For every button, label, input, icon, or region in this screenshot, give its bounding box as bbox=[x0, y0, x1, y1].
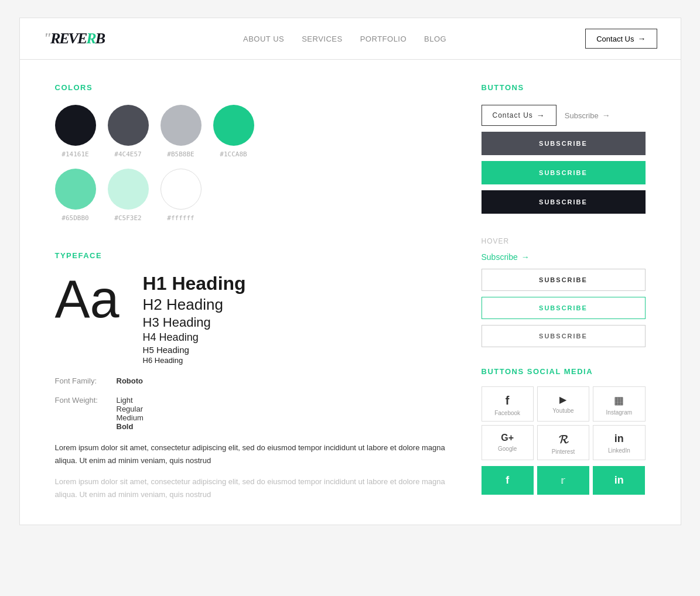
youtube-outlined-button[interactable]: ▶ Youtube bbox=[537, 386, 589, 422]
facebook-filled-button[interactable]: f bbox=[482, 466, 534, 495]
subscribe-green-button[interactable]: SUBSCRIBE bbox=[482, 161, 646, 184]
header-contact-button[interactable]: Contact Us → bbox=[585, 29, 657, 49]
font-weight-label: Font Weight: bbox=[55, 396, 111, 431]
nav-blog[interactable]: BLOG bbox=[424, 35, 446, 43]
linkedin-icon: in bbox=[614, 433, 624, 445]
subscribe-arrow-icon: → bbox=[602, 111, 610, 120]
color-swatch-2: #4C4E57 bbox=[108, 105, 149, 158]
social-title: BUTTONS SOCIAL MEDIA bbox=[482, 367, 646, 376]
btn-row-1: Contact Us → Subscribe → bbox=[482, 105, 646, 126]
typeface-big-text: Aa bbox=[55, 273, 119, 326]
subscribe-outlined-green-hover-button[interactable]: SUBSCRIBE bbox=[482, 297, 646, 319]
subscribe-darkest-button[interactable]: SUBSCRIBE bbox=[482, 190, 646, 214]
h6-sample: H6 Heading bbox=[143, 356, 446, 365]
h5-sample: H5 Heading bbox=[143, 345, 446, 355]
color-circle-4 bbox=[213, 105, 254, 146]
h1-sample: H1 Heading bbox=[143, 273, 446, 294]
site-header: "REVERB ABOUT US SERVICES PORTFOLIO BLOG… bbox=[20, 18, 681, 60]
logo: "REVERB bbox=[43, 30, 105, 47]
colors-title: COLORS bbox=[55, 83, 446, 92]
h2-sample: H2 Heading bbox=[143, 296, 446, 314]
buttons-section: BUTTONS Contact Us → Subscribe → SUBSCRI… bbox=[482, 83, 646, 220]
social-grid: f Facebook ▶ Youtube ▦ Instagram G+ Goog… bbox=[482, 386, 646, 460]
color-swatch-6: #C5F3E2 bbox=[108, 169, 149, 222]
linkedin-filled-button[interactable]: in bbox=[593, 466, 645, 495]
weight-regular: Regular bbox=[117, 405, 144, 413]
nav-services[interactable]: SERVICES bbox=[302, 35, 343, 43]
google-label: Google bbox=[498, 446, 517, 452]
pinterest-label: Pinterest bbox=[552, 448, 575, 455]
linkedin-filled-icon: in bbox=[614, 474, 624, 487]
subscribe-text-button[interactable]: Subscribe → bbox=[565, 111, 610, 120]
font-weights: Light Regular Medium Bold bbox=[117, 396, 144, 431]
hover-label: HOVER bbox=[482, 237, 646, 245]
typeface-section: TYPEFACE Aa H1 Heading H2 Heading H3 Hea… bbox=[55, 251, 446, 501]
pinterest-icon: 𝓡 bbox=[559, 433, 568, 446]
color-circle-6 bbox=[108, 169, 149, 210]
font-weight-meta: Font Weight: Light Regular Medium Bold bbox=[55, 396, 446, 431]
headings-col: H1 Heading H2 Heading H3 Heading H4 Head… bbox=[143, 273, 446, 366]
facebook-filled-icon: f bbox=[506, 474, 509, 487]
instagram-label: Instagram bbox=[606, 409, 632, 416]
subscribe-hover-green-button[interactable]: Subscribe → bbox=[482, 252, 530, 262]
font-family-meta: Font Family: Roboto bbox=[55, 376, 446, 385]
facebook-label: Facebook bbox=[494, 410, 520, 416]
pinterest-outlined-button[interactable]: 𝓡 Pinterest bbox=[537, 425, 589, 460]
color-circle-7 bbox=[161, 169, 202, 210]
facebook-outlined-button[interactable]: f Facebook bbox=[482, 386, 534, 422]
weight-medium: Medium bbox=[117, 413, 144, 422]
hover-arrow-icon: → bbox=[521, 252, 530, 262]
color-circle-1 bbox=[55, 105, 96, 146]
color-label-5: #65DBB0 bbox=[55, 214, 96, 222]
youtube-label: Youtube bbox=[552, 407, 573, 414]
body-text-dark: Lorem ipsum dolor sit amet, consectetur … bbox=[55, 441, 446, 467]
color-circle-3 bbox=[161, 105, 202, 146]
hover-section: HOVER Subscribe → SUBSCRIBE SUBSCRIBE SU… bbox=[482, 237, 646, 353]
social-section: BUTTONS SOCIAL MEDIA f Facebook ▶ Youtub… bbox=[482, 367, 646, 495]
font-family-label: Font Family: bbox=[55, 376, 111, 385]
color-swatch-5: #65DBB0 bbox=[55, 169, 96, 222]
linkedin-label: LinkedIn bbox=[608, 447, 630, 454]
linkedin-outlined-button[interactable]: in LinkedIn bbox=[593, 425, 645, 460]
color-label-1: #14161E bbox=[55, 150, 96, 158]
subscribe-dark-button[interactable]: SUBSCRIBE bbox=[482, 132, 646, 155]
contact-arrow-icon: → bbox=[537, 111, 545, 120]
contact-us-outlined-button[interactable]: Contact Us → bbox=[482, 105, 556, 126]
subscribe-outlined-hover-button[interactable]: SUBSCRIBE bbox=[482, 269, 646, 291]
color-label-6: #C5F3E2 bbox=[108, 214, 149, 222]
subscribe-outlined-dark-hover-button[interactable]: SUBSCRIBE bbox=[482, 325, 646, 347]
instagram-outlined-button[interactable]: ▦ Instagram bbox=[593, 386, 645, 422]
facebook-icon: f bbox=[506, 394, 510, 407]
color-swatches: #14161E #4C4E57 #B5B8BE #1CCA8B bbox=[55, 105, 446, 222]
color-label-3: #B5B8BE bbox=[161, 150, 202, 158]
instagram-icon: ▦ bbox=[614, 394, 624, 407]
left-column: COLORS #14161E #4C4E57 #B5B8BE bbox=[55, 83, 446, 501]
color-label-7: #ffffff bbox=[161, 214, 202, 222]
main-nav: ABOUT US SERVICES PORTFOLIO BLOG bbox=[243, 35, 446, 43]
color-swatch-3: #B5B8BE bbox=[161, 105, 202, 158]
typeface-display: Aa H1 Heading H2 Heading H3 Heading H4 H… bbox=[55, 273, 446, 366]
color-label-4: #1CCA8B bbox=[213, 150, 254, 158]
colors-section: COLORS #14161E #4C4E57 #B5B8BE bbox=[55, 83, 446, 222]
color-circle-2 bbox=[108, 105, 149, 146]
nav-about[interactable]: ABOUT US bbox=[243, 35, 284, 43]
right-column: BUTTONS Contact Us → Subscribe → SUBSCRI… bbox=[482, 83, 646, 501]
nav-portfolio[interactable]: PORTFOLIO bbox=[360, 35, 407, 43]
youtube-icon: ▶ bbox=[559, 394, 566, 405]
font-family-value: Roboto bbox=[117, 376, 143, 385]
twitter-filled-button[interactable]: 𝕣 bbox=[537, 466, 589, 495]
google-outlined-button[interactable]: G+ Google bbox=[482, 425, 534, 460]
arrow-icon: → bbox=[638, 34, 646, 43]
social-filled-row: f 𝕣 in bbox=[482, 466, 646, 495]
color-label-2: #4C4E57 bbox=[108, 150, 149, 158]
h3-sample: H3 Heading bbox=[143, 315, 446, 330]
color-swatch-1: #14161E bbox=[55, 105, 96, 158]
typeface-title: TYPEFACE bbox=[55, 251, 446, 260]
color-swatch-4: #1CCA8B bbox=[213, 105, 254, 158]
weight-light: Light bbox=[117, 396, 144, 405]
color-swatch-7: #ffffff bbox=[161, 169, 202, 222]
body-text-light: Lorem ipsum dolor sit amet, consectetur … bbox=[55, 475, 446, 501]
h4-sample: H4 Heading bbox=[143, 331, 446, 344]
weight-bold: Bold bbox=[117, 422, 144, 431]
twitter-filled-icon: 𝕣 bbox=[561, 475, 565, 486]
